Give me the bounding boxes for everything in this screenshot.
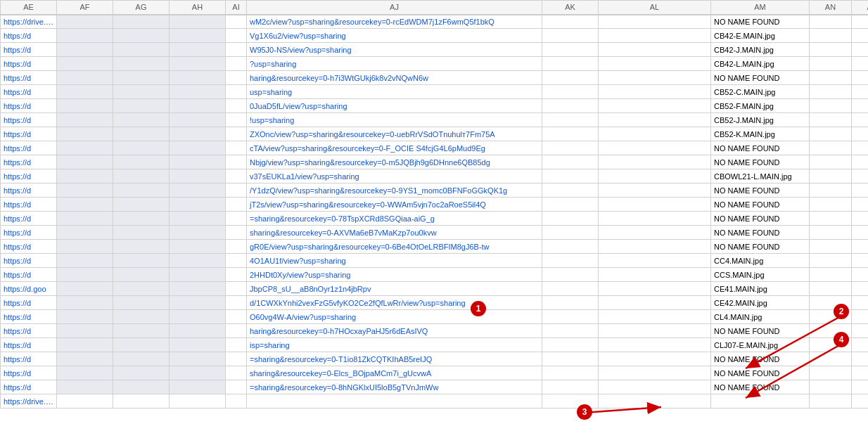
- cell-ah: [170, 394, 226, 409]
- cell-ag: ████████: [113, 29, 170, 43]
- cell-ao: [852, 184, 869, 198]
- cell-aj[interactable]: JbpCP8_sU__aB8nOyr1z1n4jbRpv: [247, 282, 542, 296]
- table-row: https://d████████████████████2HHDt0Xy/vi…: [1, 268, 869, 282]
- cell-ae[interactable]: https://d: [1, 99, 57, 113]
- cell-aj[interactable]: =sharing&resourcekey=0-78TspXCRd8SGQiaa-…: [247, 212, 542, 226]
- cell-aj[interactable]: gR0E/view?usp=sharing&resourcekey=0-6Be4…: [247, 240, 542, 254]
- cell-ae[interactable]: https://d: [1, 85, 57, 99]
- cell-ai: [226, 296, 247, 310]
- cell-an: [810, 198, 852, 212]
- cell-ah: ████: [170, 352, 226, 366]
- cell-ae[interactable]: https://d: [1, 198, 57, 212]
- cell-ag: ████████: [113, 296, 170, 310]
- cell-aj[interactable]: [247, 394, 542, 409]
- cell-ae[interactable]: https://d: [1, 71, 57, 85]
- cell-ae[interactable]: https://d: [1, 338, 57, 352]
- cell-am: CE42.MAIN.jpg: [711, 296, 810, 310]
- cell-aj[interactable]: wM2c/view?usp=sharing&resourcekey=0-rcEd…: [247, 15, 542, 29]
- cell-aj[interactable]: =sharing&resourcekey=0-T1io81ZkCQTKIhAB5…: [247, 352, 542, 366]
- cell-aj[interactable]: sharing&resourcekey=0-Elcs_BOjpaMCm7i_gU…: [247, 366, 542, 380]
- cell-ae[interactable]: https://d: [1, 226, 57, 240]
- cell-aj[interactable]: jT2s/view?usp=sharing&resourcekey=0-WWAm…: [247, 198, 542, 212]
- cell-ae[interactable]: https://d: [1, 380, 57, 394]
- cell-aj[interactable]: W95J0-NS/view?usp=sharing: [247, 43, 542, 57]
- cell-ae[interactable]: https://d: [1, 127, 57, 141]
- table-row: https://d████████████████████O60vg4W-A/v…: [1, 310, 869, 324]
- cell-an: [810, 380, 852, 394]
- cell-ae[interactable]: https://d: [1, 212, 57, 226]
- cell-aj[interactable]: /Y1dzQ/view?usp=sharing&resourcekey=0-9Y…: [247, 184, 542, 198]
- cell-aj[interactable]: 4O1AU1f/view?usp=sharing: [247, 254, 542, 268]
- cell-aj[interactable]: sharing&resourcekey=0-AXVMa6eB7vMaKzp7ou…: [247, 226, 542, 240]
- cell-ae[interactable]: https://d: [1, 324, 57, 338]
- cell-ae[interactable]: https://d: [1, 254, 57, 268]
- cell-an: [810, 141, 852, 155]
- cell-ah: ████: [170, 113, 226, 127]
- cell-aj[interactable]: O60vg4W-A/view?usp=sharing: [247, 310, 542, 324]
- cell-ai: [226, 394, 247, 409]
- cell-ae[interactable]: https://d: [1, 43, 57, 57]
- cell-am: CB52-C.MAIN.jpg: [711, 85, 810, 99]
- cell-aj[interactable]: ZXOnc/view?usp=sharing&resourcekey=0-ueb…: [247, 127, 542, 141]
- cell-ak: [542, 212, 599, 226]
- cell-aj[interactable]: 2HHDt0Xy/view?usp=sharing: [247, 268, 542, 282]
- cell-af: ████████: [57, 268, 113, 282]
- cell-ao: [852, 212, 869, 226]
- cell-am: NO NAME FOUND: [711, 212, 810, 226]
- cell-ah: ████: [170, 268, 226, 282]
- cell-an: [810, 254, 852, 268]
- cell-al: [599, 141, 711, 155]
- cell-af: ████████: [57, 99, 113, 113]
- cell-aj[interactable]: isp=sharing: [247, 338, 542, 352]
- cell-ae[interactable]: https://d.goo: [1, 282, 57, 296]
- cell-ae[interactable]: https://d: [1, 366, 57, 380]
- cell-ae[interactable]: https://d: [1, 155, 57, 169]
- table-row: https://d████████████████████=sharing&re…: [1, 380, 869, 394]
- cell-ae[interactable]: https://d: [1, 268, 57, 282]
- cell-ag: ████████: [113, 184, 170, 198]
- cell-ah: ████: [170, 141, 226, 155]
- cell-ao: [852, 380, 869, 394]
- cell-ah: ████: [170, 380, 226, 394]
- cell-am: NO NAME FOUND: [711, 366, 810, 380]
- cell-ae[interactable]: https://d: [1, 113, 57, 127]
- cell-ae[interactable]: https://d: [1, 184, 57, 198]
- cell-ae[interactable]: https://d: [1, 352, 57, 366]
- cell-aj[interactable]: =sharing&resourcekey=0-8hNGKlxUI5loB5gTV…: [247, 380, 542, 394]
- cell-aj[interactable]: v37sEUKLa1/view?usp=sharing: [247, 169, 542, 184]
- cell-ae[interactable]: https://drive.google.com/file/d/0B9EZOqs…: [1, 394, 57, 409]
- cell-an: [810, 212, 852, 226]
- cell-af: ████████: [57, 113, 113, 127]
- cell-al: [599, 212, 711, 226]
- cell-aj[interactable]: Vg1X6u2/view?usp=sharing: [247, 29, 542, 43]
- cell-ae[interactable]: https://d: [1, 57, 57, 71]
- cell-ae[interactable]: https://d: [1, 310, 57, 324]
- cell-ae[interactable]: https://drive.goo: [1, 15, 57, 29]
- table-row: https://d████████████████████gR0E/view?u…: [1, 240, 869, 254]
- cell-aj[interactable]: haring&resourcekey=0-h7i3WtGUkj6k8v2vNQw…: [247, 71, 542, 85]
- cell-aj[interactable]: Nbjg/view?usp=sharing&resourcekey=0-m5JQ…: [247, 155, 542, 169]
- cell-aj[interactable]: haring&resourcekey=0-h7HOcxayPaHJ5r6dEAs…: [247, 324, 542, 338]
- cell-ae[interactable]: https://d: [1, 169, 57, 184]
- cell-ae[interactable]: https://d: [1, 29, 57, 43]
- cell-ah: ████: [170, 99, 226, 113]
- cell-aj[interactable]: ?usp=sharing: [247, 57, 542, 71]
- cell-aj[interactable]: 0JuaD5fL/view?usp=sharing: [247, 99, 542, 113]
- cell-ag: ████████: [113, 352, 170, 366]
- cell-am: CCS.MAIN.jpg: [711, 268, 810, 282]
- cell-ai: [226, 338, 247, 352]
- cell-ae[interactable]: https://d: [1, 141, 57, 155]
- cell-ag: ████████: [113, 155, 170, 169]
- cell-ak: [542, 310, 599, 324]
- cell-aj[interactable]: d/1CWXkYnhi2vexFzG5vfyKO2Ce2fQfLwRr/view…: [247, 296, 542, 310]
- table-row: https://d████████████████████4O1AU1f/vie…: [1, 254, 869, 268]
- cell-aj[interactable]: usp=sharing: [247, 85, 542, 99]
- cell-ae[interactable]: https://d: [1, 240, 57, 254]
- cell-aj[interactable]: !usp=sharing: [247, 113, 542, 127]
- cell-aj[interactable]: cTA/view?usp=sharing&resourcekey=0-F_OCI…: [247, 141, 542, 155]
- cell-ae[interactable]: https://d: [1, 296, 57, 310]
- table-row: https://d████████████████████ZXOnc/view?…: [1, 127, 869, 141]
- cell-al: [599, 254, 711, 268]
- cell-af[interactable]: [57, 394, 113, 409]
- table-row: https://d████████████████████haring&reso…: [1, 71, 869, 85]
